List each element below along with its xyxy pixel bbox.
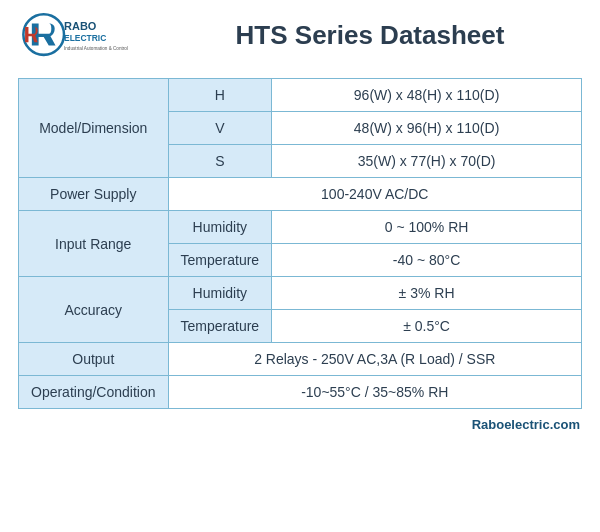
sublabel-H: H — [168, 79, 272, 112]
table-row: Accuracy Humidity ± 3% RH — [19, 277, 582, 310]
datasheet-table-container: Model/Dimension H 96(W) x 48(H) x 110(D)… — [0, 70, 600, 413]
table-row: Output 2 Relays - 250V AC,3A (R Load) / … — [19, 343, 582, 376]
value-H: 96(W) x 48(H) x 110(D) — [272, 79, 582, 112]
value-temperature-input: -40 ~ 80°C — [272, 244, 582, 277]
label-input-range: Input Range — [19, 211, 169, 277]
page-header: RABO ELECTRIC Industrial Automation & Co… — [0, 0, 600, 70]
value-power-supply: 100-240V AC/DC — [168, 178, 581, 211]
value-S: 35(W) x 77(H) x 70(D) — [272, 145, 582, 178]
label-model-dimension: Model/Dimension — [19, 79, 169, 178]
value-output: 2 Relays - 250V AC,3A (R Load) / SSR — [168, 343, 581, 376]
sublabel-humidity-accuracy: Humidity — [168, 277, 272, 310]
table-row: Input Range Humidity 0 ~ 100% RH — [19, 211, 582, 244]
sublabel-V: V — [168, 112, 272, 145]
svg-text:Industrial Automation & Contro: Industrial Automation & Control — [64, 46, 128, 51]
label-output: Output — [19, 343, 169, 376]
page-footer: Raboelectric.com — [0, 413, 600, 436]
value-temperature-accuracy: ± 0.5°C — [272, 310, 582, 343]
label-accuracy: Accuracy — [19, 277, 169, 343]
table-row: Model/Dimension H 96(W) x 48(H) x 110(D) — [19, 79, 582, 112]
logo-area: RABO ELECTRIC Industrial Automation & Co… — [20, 10, 180, 60]
sublabel-humidity-input: Humidity — [168, 211, 272, 244]
sublabel-S: S — [168, 145, 272, 178]
company-logo: RABO ELECTRIC Industrial Automation & Co… — [20, 10, 130, 60]
sublabel-temperature-accuracy: Temperature — [168, 310, 272, 343]
datasheet-table: Model/Dimension H 96(W) x 48(H) x 110(D)… — [18, 78, 582, 409]
page-title: HTS Series Datasheet — [180, 20, 580, 51]
svg-text:ELECTRIC: ELECTRIC — [64, 33, 106, 43]
svg-text:RABO: RABO — [64, 20, 97, 32]
table-row: Operating/Condition -10~55°C / 35~85% RH — [19, 376, 582, 409]
value-V: 48(W) x 96(H) x 110(D) — [272, 112, 582, 145]
value-humidity-accuracy: ± 3% RH — [272, 277, 582, 310]
label-power-supply: Power Supply — [19, 178, 169, 211]
footer-text: Raboelectric.com — [472, 417, 580, 432]
table-row: Power Supply 100-240V AC/DC — [19, 178, 582, 211]
value-operating-condition: -10~55°C / 35~85% RH — [168, 376, 581, 409]
label-operating-condition: Operating/Condition — [19, 376, 169, 409]
sublabel-temperature-input: Temperature — [168, 244, 272, 277]
value-humidity-input: 0 ~ 100% RH — [272, 211, 582, 244]
